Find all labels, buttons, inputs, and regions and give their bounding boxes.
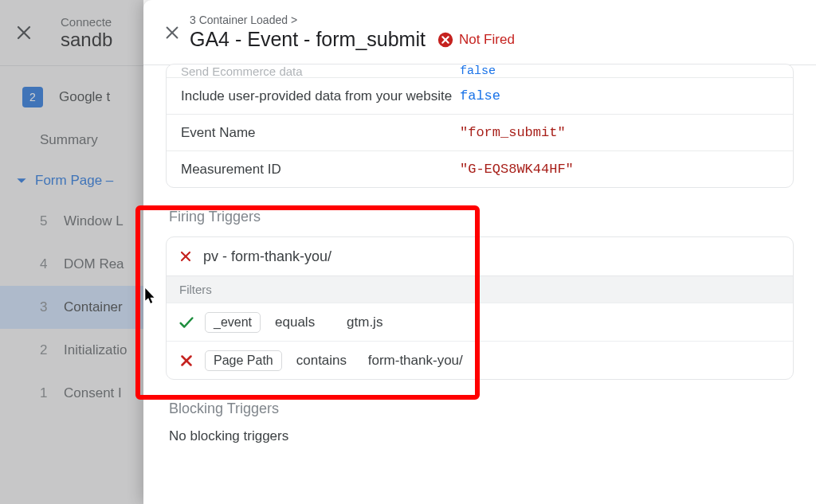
param-label: Measurement ID (181, 162, 460, 178)
panel-header: 3 Container Loaded > GA4 - Event - form_… (143, 0, 816, 65)
workspace-subtitle: Connecte (61, 15, 112, 29)
trigger-name: pv - form-thank-you/ (203, 248, 332, 265)
event-number: 5 (40, 213, 64, 229)
filter-row: Page Pathcontainsform-thank-you/ (167, 341, 793, 379)
sidebar-group-label: Form Page – (35, 173, 113, 189)
check-icon (178, 314, 195, 331)
tag-params-table: Send Ecommerce datafalseInclude user-pro… (166, 64, 794, 188)
filter-variable: _event (205, 312, 261, 333)
event-label: Initializatio (64, 342, 127, 358)
blocking-triggers-text: No blocking triggers (169, 428, 794, 444)
sidebar-event-row[interactable]: 2Initializatio (0, 329, 143, 372)
x-icon (178, 352, 195, 369)
param-row: Event Name"form_submit" (167, 114, 793, 150)
param-row: Send Ecommerce datafalse (167, 64, 793, 77)
sidebar-item-label: Google t (59, 89, 110, 105)
error-circle-icon (437, 31, 454, 49)
sidebar-event-row[interactable]: 1Consent I (0, 372, 143, 415)
event-label: DOM Rea (64, 256, 124, 272)
param-value: "G-EQS8WK44HF" (460, 162, 779, 177)
status-badge: Not Fired (437, 31, 515, 49)
filter-operator: contains (296, 353, 368, 369)
param-label: Include user-provided data from your web… (181, 88, 460, 104)
panel-body: Send Ecommerce datafalseInclude user-pro… (143, 64, 816, 460)
close-icon[interactable] (14, 23, 61, 42)
param-value: false (460, 88, 779, 104)
event-number: 2 (40, 342, 64, 358)
filter-operator: equals (275, 315, 347, 330)
close-icon[interactable] (155, 24, 190, 41)
filter-variable: Page Path (205, 350, 282, 371)
trigger-header: pv - form-thank-you/ (167, 237, 793, 275)
event-number: 4 (40, 256, 64, 272)
breadcrumb[interactable]: 3 Container Loaded > (190, 14, 515, 26)
cursor-icon (145, 288, 156, 304)
sidebar-item-workspace[interactable]: 2 Google t (0, 76, 143, 119)
trigger-card[interactable]: pv - form-thank-you/ Filters _eventequal… (166, 236, 794, 380)
param-row: Include user-provided data from your web… (167, 77, 793, 114)
x-icon (178, 248, 194, 264)
tag-detail-panel: 3 Container Loaded > GA4 - Event - form_… (143, 0, 816, 504)
param-value: "form_submit" (460, 125, 779, 140)
status-text: Not Fired (459, 32, 515, 48)
sidebar-item-label: Summary (40, 132, 98, 148)
param-label: Event Name (181, 125, 460, 141)
filter-row: _eventequalsgtm.js (167, 303, 793, 341)
event-number: 1 (40, 385, 64, 401)
back-nav: 2 Google t Summary Form Page – 5Window L… (0, 66, 143, 415)
section-firing-triggers: Firing Triggers (169, 209, 794, 225)
param-row: Measurement ID"G-EQS8WK44HF" (167, 150, 793, 187)
event-label: Consent I (64, 385, 122, 401)
sidebar-item-summary[interactable]: Summary (0, 119, 143, 162)
sidebar-event-row[interactable]: 4DOM Rea (0, 243, 143, 286)
sidebar-group-header[interactable]: Form Page – (0, 162, 143, 200)
param-value: false (460, 64, 779, 78)
event-number: 3 (40, 299, 64, 315)
param-label: Send Ecommerce data (181, 64, 460, 78)
filter-value: form-thank-you/ (368, 353, 463, 369)
page-title: GA4 - Event - form_submit (190, 28, 426, 51)
sidebar-event-row[interactable]: 5Window L (0, 200, 143, 243)
back-header: Connecte sandb (0, 0, 143, 66)
section-blocking-triggers: Blocking Triggers (169, 400, 794, 417)
event-label: Container (64, 299, 123, 315)
caret-down-icon (16, 175, 27, 186)
count-badge: 2 (22, 87, 43, 107)
filter-value: gtm.js (347, 315, 382, 330)
workspace-title: sandb (61, 29, 112, 51)
event-label: Window L (64, 213, 124, 229)
preview-sidebar: Connecte sandb 2 Google t Summary Form P… (0, 0, 143, 504)
filters-label: Filters (167, 275, 793, 303)
sidebar-event-row[interactable]: 3Container (0, 286, 143, 329)
